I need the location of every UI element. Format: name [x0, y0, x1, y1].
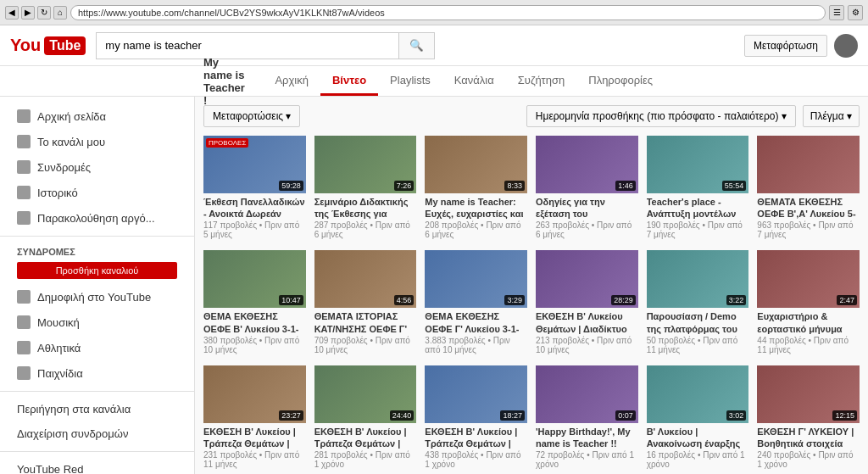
- video-title: Ευχαριστήριο & εορταστικό μήνυμα από το …: [757, 310, 860, 335]
- video-card[interactable]: 24:40 ΕΚΘΕΣΗ Β' Λυκείου | Τράπεζα Θεμάτω…: [314, 365, 417, 471]
- sidebar-item-yt-red[interactable]: YouTube Red: [0, 457, 194, 474]
- video-card[interactable]: 55:54 Teacher's place - Ανάπτυξη μοντέλω…: [647, 136, 749, 242]
- video-info: Έκθεση Πανελλαδικών - Ανοικτά Δωρεάν Μαθ…: [203, 193, 306, 243]
- video-card[interactable]: 18:27 ΕΚΘΕΣΗ Β' Λυκείου | Τράπεζα Θεμάτω…: [425, 365, 527, 471]
- tab-discussion[interactable]: Συζήτηση: [506, 67, 577, 96]
- video-thumbnail[interactable]: ΠΡΟΒΟΛΕΣ 59:28: [203, 136, 306, 193]
- sidebar-item-sports[interactable]: Αθλητικά: [0, 335, 194, 360]
- video-info: Παρουσίαση / Demo της πλατφόρμας του Προ…: [647, 308, 749, 357]
- video-duration-badge: 12:15: [832, 410, 857, 421]
- video-thumbnail[interactable]: 23:27: [203, 365, 306, 423]
- filter-right-controls: Ημερομηνία προσθήκης (πιο πρόσφατο - παλ…: [526, 105, 860, 127]
- refresh-button[interactable]: ↻: [37, 6, 51, 20]
- video-thumbnail[interactable]: 18:27: [425, 365, 527, 423]
- video-label-badge: ΠΡΟΒΟΛΕΣ: [206, 138, 248, 148]
- video-title: Teacher's place - Ανάπτυξη μοντέλων διδα…: [647, 196, 749, 220]
- video-card[interactable]: ΘΕΜΑΤΑ ΕΚΘΕΣΗΣ ΟΕΦΕ Β',Α' Λυκείου 5-4 - …: [757, 136, 860, 242]
- video-thumbnail[interactable]: [757, 136, 860, 193]
- sidebar-item-music[interactable]: Μουσική: [0, 309, 194, 335]
- sidebar-item-history[interactable]: Ιστορικό: [0, 180, 194, 205]
- browser-menu-button[interactable]: ☰: [829, 5, 844, 20]
- filter-uploads-button[interactable]: Μεταφορτώσεις ▾: [203, 105, 300, 127]
- video-card[interactable]: 12:15 ΕΚΘΕΣΗ Γ' ΛΥΚΕΙΟΥ | Βοηθητικά στοι…: [757, 365, 860, 471]
- sidebar-item-manage[interactable]: Διαχείριση συνδρομών: [0, 421, 194, 446]
- video-thumbnail[interactable]: 8:33: [425, 136, 527, 193]
- youtube-logo[interactable]: YouTube: [10, 36, 86, 55]
- video-info: Σεμινάριο Διδακτικής της Έκθεσης για φιλ…: [314, 193, 417, 243]
- view-toggle-button[interactable]: Πλέγμα ▾: [803, 105, 860, 127]
- video-title: ΘΕΜΑΤΑ ΕΚΘΕΣΗΣ ΟΕΦΕ Β',Α' Λυκείου 5-4 - …: [757, 196, 860, 220]
- user-avatar[interactable]: [834, 34, 858, 58]
- sidebar-item-popular[interactable]: Δημοφιλή στο YouTube: [0, 284, 194, 309]
- video-duration-badge: 10:47: [279, 295, 303, 305]
- video-thumbnail[interactable]: 4:56: [314, 250, 417, 308]
- browser-settings-button[interactable]: ⚙: [848, 5, 863, 20]
- tab-about[interactable]: Πληροφορίες: [576, 67, 665, 96]
- sidebar-label-sports: Αθλητικά: [37, 342, 81, 354]
- video-duration-badge: 24:40: [390, 410, 415, 421]
- video-title: Οδηγίες για την εξέταση του μαθήματος τη…: [536, 196, 638, 220]
- video-card[interactable]: 4:56 ΘΕΜΑΤΑ ΙΣΤΟΡΙΑΣ ΚΑΤ/ΝΗΣΗΣ ΟΕΦΕ Γ' Λ…: [314, 250, 417, 356]
- back-button[interactable]: ◀: [5, 6, 19, 20]
- tab-home[interactable]: Αρχική: [263, 67, 320, 96]
- music-icon: [17, 315, 31, 329]
- upload-button[interactable]: Μεταφόρτωση: [744, 35, 827, 57]
- video-card[interactable]: 3:29 ΘΕΜΑ ΕΚΘΕΣΗΣ ΟΕΦΕ Γ' Λυκείου 3-1-20…: [425, 250, 527, 356]
- video-card[interactable]: 8:33 My name is Teacher: Ευχές, ευχαριστ…: [425, 136, 527, 242]
- video-thumbnail[interactable]: 0:07: [536, 365, 638, 423]
- video-duration-badge: 7:26: [394, 181, 415, 191]
- video-card[interactable]: 0:07 'Happy Birthday!', My name is Teach…: [536, 365, 638, 471]
- tab-videos[interactable]: Βίντεο: [320, 67, 378, 96]
- add-channel-button[interactable]: Προσθήκη καναλιού: [17, 262, 177, 279]
- home-button[interactable]: ⌂: [53, 6, 67, 20]
- sort-button[interactable]: Ημερομηνία προσθήκης (πιο πρόσφατο - παλ…: [526, 105, 796, 127]
- video-card[interactable]: 1:46 Οδηγίες για την εξέταση του μαθήματ…: [536, 136, 638, 242]
- video-card[interactable]: 28:29 ΕΚΘΕΣΗ Β' Λυκείου Θεμάτων | Διαδίκ…: [536, 250, 638, 356]
- video-card[interactable]: ΠΡΟΒΟΛΕΣ 59:28 Έκθεση Πανελλαδικών - Ανο…: [203, 136, 306, 242]
- video-duration-badge: 3:29: [504, 295, 525, 305]
- video-card[interactable]: 23:27 ΕΚΘΕΣΗ Β' Λυκείου | Τράπεζα Θεμάτω…: [203, 365, 306, 471]
- video-duration-badge: 23:27: [279, 410, 303, 421]
- address-bar[interactable]: https://www.youtube.com/channel/UCBv2YS9…: [70, 5, 826, 20]
- video-thumbnail[interactable]: 55:54: [647, 136, 749, 193]
- video-info: 'Happy Birthday!', My name is Teacher !!…: [536, 423, 638, 472]
- video-meta: 50 προβολές • Πριν από 11 μήνες: [647, 336, 749, 354]
- video-thumbnail[interactable]: 1:46: [536, 136, 638, 193]
- video-thumbnail[interactable]: 3:22: [647, 250, 749, 308]
- video-info: Teacher's place - Ανάπτυξη μοντέλων διδα…: [647, 193, 749, 243]
- video-title: ΕΚΘΕΣΗ Β' Λυκείου | Τράπεζα Θεμάτων | ΜΜ…: [425, 426, 527, 450]
- video-meta: 117 προβολές • Πριν από 5 μήνες: [203, 220, 306, 239]
- video-thumbnail[interactable]: 24:40: [314, 365, 417, 423]
- video-thumbnail[interactable]: 10:47: [203, 250, 306, 308]
- tab-playlists[interactable]: Playlists: [378, 67, 442, 96]
- video-thumbnail[interactable]: 12:15: [757, 365, 860, 423]
- sidebar-item-home[interactable]: Αρχική σελίδα: [0, 103, 194, 129]
- video-thumbnail[interactable]: 3:02: [647, 365, 749, 423]
- sidebar-item-browse[interactable]: Περιήγηση στα κανάλια: [0, 397, 194, 421]
- video-thumbnail[interactable]: 2:47: [757, 250, 860, 308]
- search-bar: 🔍: [96, 32, 435, 59]
- video-card[interactable]: 2:47 Ευχαριστήριο & εορταστικό μήνυμα απ…: [757, 250, 860, 356]
- sidebar-item-games[interactable]: Παιχνίδια: [0, 360, 194, 386]
- video-card[interactable]: 3:02 Β' Λυκείου | Ανακοίνωση έναρξης παρ…: [647, 365, 749, 471]
- sidebar-item-watch-later[interactable]: Παρακολούθηση αργό...: [0, 205, 194, 231]
- video-card[interactable]: 10:47 ΘΕΜΑ ΕΚΘΕΣΗΣ ΟΕΦΕ Β' Λυκείου 3-1-2…: [203, 250, 306, 356]
- forward-button[interactable]: ▶: [21, 6, 35, 20]
- search-button[interactable]: 🔍: [398, 32, 435, 59]
- sidebar-label-home: Αρχική σελίδα: [37, 110, 106, 123]
- video-thumbnail[interactable]: 3:29: [425, 250, 527, 308]
- video-thumbnail[interactable]: 28:29: [536, 250, 638, 308]
- video-card[interactable]: 7:26 Σεμινάριο Διδακτικής της Έκθεσης γι…: [314, 136, 417, 242]
- video-info: Β' Λυκείου | Ανακοίνωση έναρξης παραδόσε…: [647, 423, 749, 472]
- video-duration-badge: 28:29: [611, 295, 636, 305]
- sidebar-label-watch-later: Παρακολούθηση αργό...: [37, 212, 155, 225]
- tab-channels[interactable]: Κανάλια: [442, 67, 506, 96]
- sidebar-item-channel[interactable]: Το κανάλι μου: [0, 129, 194, 154]
- video-meta: 190 προβολές • Πριν από 7 μήνες: [647, 220, 749, 239]
- sidebar-item-subscriptions[interactable]: Συνδρομές: [0, 154, 194, 180]
- video-card[interactable]: 3:22 Παρουσίαση / Demo της πλατφόρμας το…: [647, 250, 749, 356]
- video-duration-badge: 8:33: [504, 181, 525, 191]
- sidebar-label-browse: Περιήγηση στα κανάλια: [17, 403, 131, 415]
- video-thumbnail[interactable]: 7:26: [314, 136, 417, 193]
- video-duration-badge: 4:56: [394, 295, 415, 305]
